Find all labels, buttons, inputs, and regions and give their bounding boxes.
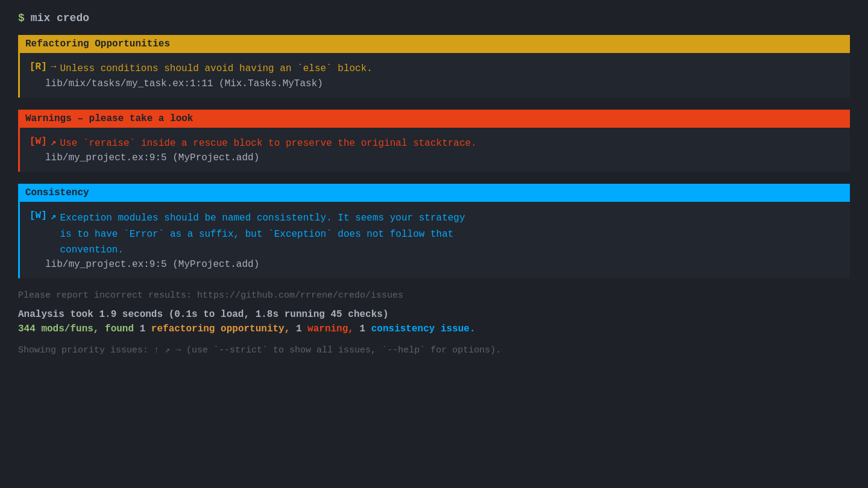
stats-consistency-label: consistency issue. — [365, 324, 475, 334]
refactoring-section: Refactoring Opportunities [R] → Unless c… — [18, 35, 850, 98]
refactoring-header: Refactoring Opportunities — [18, 35, 850, 53]
consistency-body: [W] ↗ Exception modules should be named … — [18, 202, 850, 278]
refactoring-badge: [R] — [30, 61, 47, 72]
consistency-header: Consistency — [18, 184, 850, 202]
refactoring-issue-line: [R] → Unless conditions should avoid hav… — [30, 61, 840, 77]
refactoring-body: [R] → Unless conditions should avoid hav… — [18, 53, 850, 98]
warnings-badge: [W] — [30, 136, 47, 147]
warnings-arrow: ↗ — [51, 136, 57, 148]
warnings-header: Warnings – please take a look — [18, 110, 850, 128]
stats-1: 1 — [140, 324, 146, 334]
refactoring-message: Unless conditions should avoid having an… — [60, 61, 372, 77]
refactoring-location: lib/mix/tasks/my_task.ex:1:11 (Mix.Tasks… — [45, 78, 840, 89]
analysis-line: Analysis took 1.9 seconds (0.1s to load,… — [18, 309, 850, 320]
warnings-location: lib/my_project.ex:9:5 (MyProject.add) — [45, 152, 840, 163]
stats-refactoring-label: refactoring opportunity, — [145, 324, 296, 334]
consistency-badge: [W] — [30, 210, 47, 221]
stats-1b: 1 — [296, 324, 302, 334]
priority-line: Showing priority issues: ↑ ↗ → (use `--s… — [18, 344, 850, 355]
report-line: Please report incorrect results: https:/… — [18, 290, 850, 301]
prompt-line: $ mix credo — [18, 12, 850, 24]
consistency-section: Consistency [W] ↗ Exception modules shou… — [18, 184, 850, 278]
stats-warning-label: warning, — [302, 324, 360, 334]
stats-line: 344 mods/funs, found 1 refactoring oppor… — [18, 324, 850, 334]
consistency-issue-line: [W] ↗ Exception modules should be named … — [30, 210, 840, 258]
warnings-message: Use `reraise` inside a rescue block to p… — [60, 136, 476, 152]
refactoring-arrow: → — [51, 61, 57, 72]
warnings-issue-line: [W] ↗ Use `reraise` inside a rescue bloc… — [30, 136, 840, 152]
consistency-message: Exception modules should be named consis… — [60, 210, 465, 258]
stats-mods-count: 344 — [18, 324, 36, 334]
stats-1c: 1 — [360, 324, 366, 334]
command-text: mix credo — [31, 12, 89, 24]
stats-mods-label: mods/funs, found — [36, 324, 140, 334]
consistency-arrow: ↗ — [51, 210, 57, 222]
dollar-sign: $ — [18, 12, 25, 24]
warnings-section: Warnings – please take a look [W] ↗ Use … — [18, 110, 850, 172]
warnings-body: [W] ↗ Use `reraise` inside a rescue bloc… — [18, 128, 850, 172]
consistency-location: lib/my_project.ex:9:5 (MyProject.add) — [45, 259, 840, 270]
